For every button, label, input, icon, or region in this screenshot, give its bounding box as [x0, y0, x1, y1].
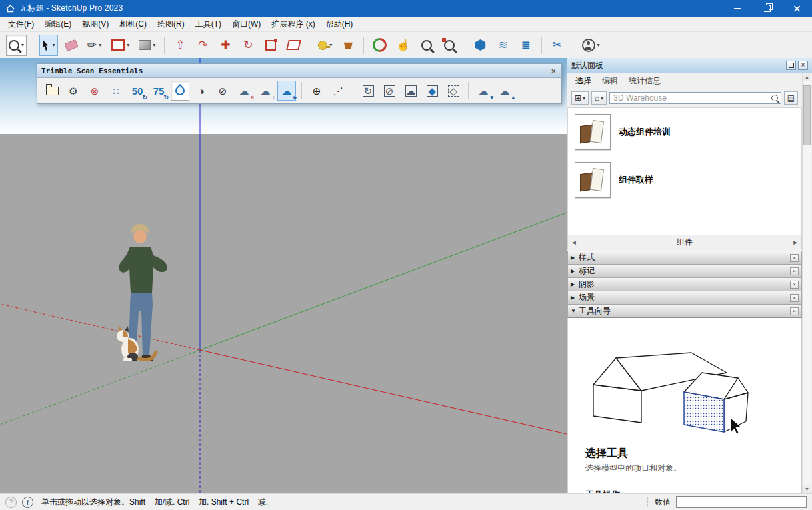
followme-tool[interactable]: ↷ [193, 35, 212, 56]
collections-dropdown[interactable]: ▾ [601, 95, 603, 101]
section-header-tags[interactable]: ▶标记× [567, 264, 802, 278]
density-75-button[interactable]: 75↻ [149, 81, 168, 101]
menu-item-draw[interactable]: 绘图(R) [152, 17, 190, 31]
scrollbar-up-arrow[interactable]: ▲ [803, 73, 811, 81]
scan-essentials-button[interactable]: ✂ [548, 35, 567, 56]
zoom-tools-combo-dropdown[interactable]: ▾ [21, 42, 24, 48]
section-close-button[interactable]: × [790, 281, 799, 289]
component-item[interactable]: 动态组件培训 [568, 108, 801, 156]
close-button[interactable]: × [782, 0, 812, 17]
cloud-region-button[interactable]: ☁ [401, 81, 420, 101]
view-options-button[interactable]: ⊞▾ [571, 91, 589, 105]
cube-region-button[interactable]: ◆ [423, 81, 441, 101]
section-close-button[interactable]: × [790, 267, 799, 275]
details-pane-button[interactable]: ▤ [784, 91, 798, 105]
pan-tool[interactable]: ☝ [393, 35, 413, 56]
move-tool[interactable]: ✚ [216, 35, 235, 56]
hide-cloud-button[interactable]: ☁× [235, 81, 253, 101]
scale-tool[interactable] [261, 35, 280, 56]
section-expand-arrow[interactable]: ▼ [571, 308, 579, 314]
section-close-button[interactable]: × [790, 294, 799, 302]
menu-item-file[interactable]: 文件(F) [3, 17, 39, 31]
contrast-display-button[interactable]: ◑ [192, 81, 211, 101]
scrollbar-track[interactable] [803, 81, 811, 485]
section-header-styles[interactable]: ▶样式× [567, 251, 802, 265]
line-tool-dropdown[interactable]: ▾ [99, 42, 101, 48]
section-expand-arrow[interactable]: ▶ [571, 295, 579, 301]
minimize-button[interactable] [722, 0, 752, 17]
shapes-tool[interactable]: ▾ [108, 35, 132, 56]
filter-region-button[interactable]: ⊘ [380, 81, 399, 101]
section-plane-tool[interactable] [284, 35, 303, 56]
tape-measure-tool[interactable]: ▾ [315, 35, 335, 56]
account-button[interactable]: ▾ [579, 35, 603, 56]
extension-warehouse-button[interactable]: ≋ [494, 35, 513, 56]
shapes-tool-dropdown[interactable]: ▾ [127, 42, 129, 48]
3d-warehouse-button[interactable] [471, 35, 490, 56]
section-expand-arrow[interactable]: ▶ [571, 268, 579, 274]
tray-titlebar[interactable]: 默认面板 × [567, 58, 812, 73]
cloud-sync-upload-button[interactable]: ☁▴ [495, 81, 514, 101]
line-tool[interactable]: ✏▾ [85, 35, 104, 56]
cloud-sync-download-button[interactable]: ☁▾ [474, 81, 493, 101]
layers-stack-button[interactable]: ≣ [517, 35, 535, 56]
zoom-tool[interactable] [417, 35, 436, 56]
section-close-button[interactable]: × [790, 254, 799, 262]
tray-undock-button[interactable] [786, 61, 796, 70]
menu-item-edit[interactable]: 编辑(E) [39, 17, 77, 31]
download-cloud-button[interactable]: ☁↓ [256, 81, 275, 101]
geolocation-help-icon[interactable]: ? [5, 497, 17, 508]
zoom-tools-combo[interactable]: ▾ [6, 35, 27, 56]
search-icon[interactable] [771, 95, 778, 101]
section-header-shadows[interactable]: ▶阴影× [567, 277, 802, 291]
refresh-region-button[interactable]: ↻ [359, 81, 377, 101]
intensity-display-button[interactable]: ⊘ [213, 81, 232, 101]
tray-close-button[interactable]: × [798, 61, 808, 70]
scan-settings-button[interactable]: ⚙ [64, 81, 83, 101]
title-bar[interactable]: 无标题 - SketchUp Pro 2023 × [0, 0, 812, 17]
orbit-tool[interactable] [370, 35, 389, 56]
component-item[interactable]: 组件取样 [568, 156, 801, 204]
section-expand-arrow[interactable]: ▶ [571, 281, 579, 287]
menu-item-tools[interactable]: 工具(T) [190, 17, 227, 31]
paint-bucket-tool[interactable] [339, 35, 357, 56]
component-forward-button[interactable]: ▸ [789, 238, 801, 247]
close-scan-button[interactable]: ⊗ [85, 81, 104, 101]
credits-info-icon[interactable]: i [22, 497, 33, 508]
section-close-button[interactable]: × [790, 307, 799, 315]
scan-toolbar-close-button[interactable]: × [549, 67, 557, 75]
drop-display-button[interactable] [171, 81, 189, 101]
scan-toolbar-titlebar[interactable]: Trimble Scan Essentials × [37, 64, 561, 78]
account-button-dropdown[interactable]: ▾ [597, 42, 600, 48]
viewport[interactable]: Trimble Scan Essentials × ⚙⊗∷50↻75↻◑⊘☁×☁… [0, 58, 567, 493]
menu-item-window[interactable]: 窗口(W) [227, 17, 266, 31]
menu-item-view[interactable]: 视图(V) [77, 17, 114, 31]
pushpull-tool[interactable]: ⇧ [171, 35, 189, 56]
view-options-dropdown[interactable]: ▾ [583, 95, 585, 101]
material-swatch-tool-dropdown[interactable]: ▾ [153, 42, 155, 48]
restore-button[interactable] [752, 0, 782, 17]
component-back-button[interactable]: ◂ [568, 238, 580, 247]
eraser-tool[interactable] [62, 35, 81, 56]
component-thumbnail[interactable] [575, 114, 611, 150]
pick-point-cloud-button[interactable]: ☁▸ [277, 81, 296, 101]
open-scan-button[interactable] [43, 81, 61, 101]
material-swatch-tool[interactable]: ▾ [136, 35, 158, 56]
section-expand-arrow[interactable]: ▶ [571, 255, 579, 261]
menu-item-help[interactable]: 帮助(H) [321, 17, 359, 31]
polyline-tool-button[interactable]: ⋰ [329, 81, 347, 101]
tab-select[interactable]: 选择 [575, 75, 591, 87]
measurements-input[interactable] [676, 496, 807, 508]
tab-edit[interactable]: 编辑 [602, 75, 618, 87]
section-header-instructor[interactable]: ▼工具向导× [567, 304, 802, 318]
menu-item-extensions[interactable]: 扩展程序 (x) [266, 17, 320, 31]
density-50-button[interactable]: 50↻ [128, 81, 147, 101]
zoom-extents-tool[interactable] [440, 35, 459, 56]
point-cloud-display-button[interactable]: ∷ [107, 81, 125, 101]
menu-item-camera[interactable]: 相机(C) [114, 17, 152, 31]
clip-region-button[interactable]: ◇ [444, 81, 463, 101]
section-header-scenes[interactable]: ▶场景× [567, 291, 802, 305]
collections-home-button[interactable]: ⌂▾ [591, 91, 607, 105]
scrollbar-down-arrow[interactable]: ▼ [803, 485, 811, 493]
warehouse-search-input[interactable] [609, 92, 781, 104]
